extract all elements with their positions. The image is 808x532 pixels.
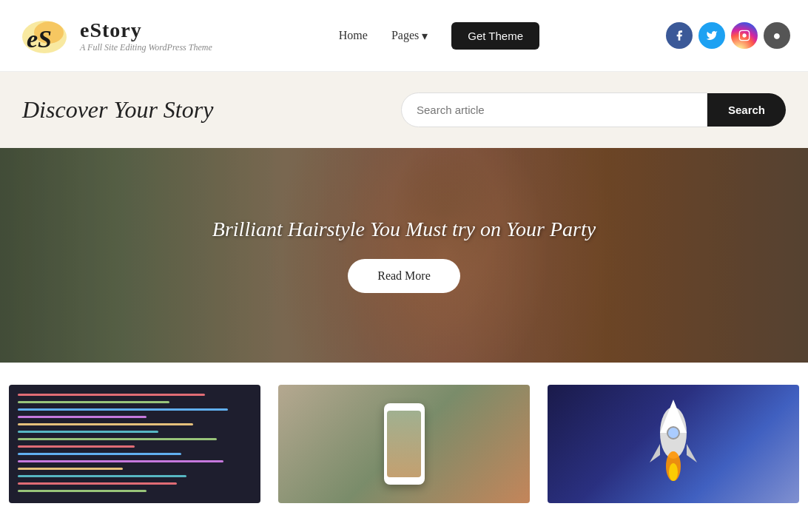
nav-pages[interactable]: Pages ▾ — [391, 29, 428, 43]
svg-marker-7 — [650, 444, 660, 462]
svg-marker-8 — [687, 444, 697, 462]
search-input[interactable] — [401, 92, 707, 127]
read-more-button[interactable]: Read More — [348, 259, 460, 293]
code-image — [9, 385, 260, 503]
card-phone — [269, 377, 539, 511]
hero-section: Brilliant Hairstyle You Must try on Your… — [0, 148, 808, 363]
logo-icon: eS — [18, 9, 71, 62]
hero-content: Brilliant Hairstyle You Must try on Your… — [212, 218, 596, 293]
site-header: eS eStory A Full Site Editing WordPress … — [0, 0, 808, 72]
search-band: Discover Your Story Search — [0, 72, 808, 148]
svg-point-9 — [667, 427, 679, 439]
facebook-icon[interactable] — [666, 22, 693, 49]
get-theme-button[interactable]: Get Theme — [451, 22, 539, 50]
svg-text:eS: eS — [27, 25, 52, 53]
chevron-down-icon: ▾ — [422, 29, 428, 43]
main-nav: Home Pages ▾ Get Theme — [339, 22, 539, 50]
rocket-image — [548, 385, 799, 503]
phone-screen — [387, 411, 421, 477]
twitter-icon[interactable] — [698, 22, 725, 49]
more-social-icon[interactable]: ● — [764, 22, 790, 49]
logo-area: eS eStory A Full Site Editing WordPress … — [18, 9, 212, 62]
discover-title: Discover Your Story — [22, 96, 213, 124]
logo-text-block: eStory A Full Site Editing WordPress The… — [80, 18, 212, 53]
nav-home[interactable]: Home — [339, 29, 368, 42]
card-grid — [0, 363, 808, 511]
site-title: eStory — [80, 18, 212, 42]
site-subtitle: A Full Site Editing WordPress Theme — [80, 42, 212, 53]
card-code — [0, 377, 269, 511]
search-button[interactable]: Search — [707, 93, 786, 127]
social-icons: ● — [666, 22, 790, 49]
svg-point-11 — [669, 463, 678, 481]
card-rocket — [539, 377, 808, 511]
phone-image — [278, 385, 530, 503]
search-bar: Search — [401, 92, 786, 127]
phone-shape — [384, 403, 425, 485]
hero-title: Brilliant Hairstyle You Must try on Your… — [212, 218, 596, 241]
rocket-svg — [629, 392, 718, 496]
instagram-icon[interactable] — [731, 22, 758, 49]
